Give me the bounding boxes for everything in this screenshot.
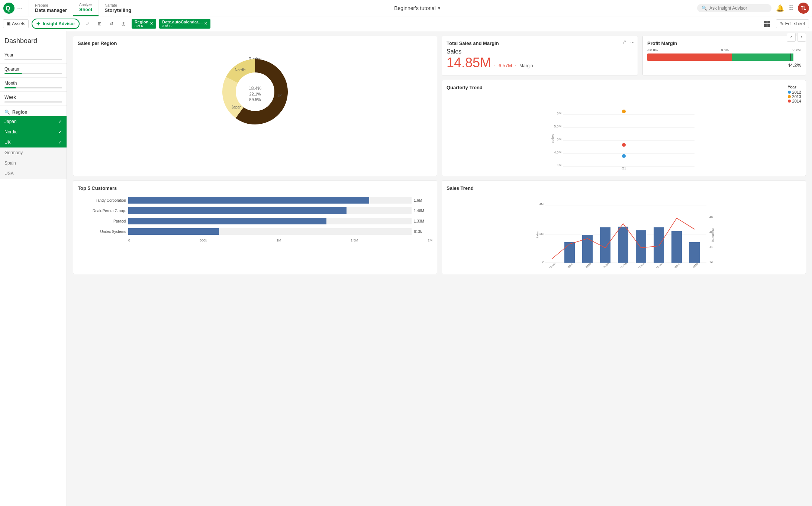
filter-week[interactable]: Week bbox=[0, 92, 67, 106]
search-input[interactable] bbox=[709, 6, 761, 11]
region-nordic-check: ✓ bbox=[58, 129, 62, 134]
filter-chip-region[interactable]: Region 3 of 6 ✕ bbox=[132, 19, 156, 29]
kpi-row: Total Sales and Margin ⤢ ··· Sales 14.85… bbox=[442, 36, 806, 75]
more-icon[interactable]: ··· bbox=[630, 39, 635, 45]
legend-2014-label: 2014 bbox=[792, 99, 801, 103]
svg-text:2014-Feb: 2014-Feb bbox=[671, 262, 681, 268]
logo[interactable]: Q ··· bbox=[3, 2, 23, 14]
bar-2013-feb bbox=[618, 227, 628, 263]
legend-2014: 2014 bbox=[788, 99, 801, 103]
chevron-down-icon[interactable]: ▾ bbox=[438, 6, 440, 11]
region-item-nordic[interactable]: Nordic ✓ bbox=[0, 127, 67, 137]
search-region-icon[interactable]: 🔍 bbox=[4, 110, 10, 115]
insight-advisor-label: Insight Advisor bbox=[43, 21, 75, 26]
toolbar-icon-back[interactable]: ↺ bbox=[106, 19, 117, 29]
region-japan-check: ✓ bbox=[58, 119, 62, 124]
top5-title: Top 5 Customers bbox=[78, 185, 432, 191]
filter-year[interactable]: Year bbox=[0, 49, 67, 64]
svg-text:18.4%: 18.4% bbox=[249, 86, 261, 91]
edit-sheet-label: Edit sheet bbox=[785, 21, 805, 26]
svg-text:Q: Q bbox=[6, 5, 10, 12]
layout-toggle[interactable] bbox=[764, 21, 770, 27]
toolbar-icon-expand[interactable]: ⤢ bbox=[83, 19, 93, 29]
kpi-values: 14.85M · 6.57M · Margin bbox=[447, 55, 633, 71]
bar-2014-mar bbox=[689, 242, 700, 263]
region-item-uk[interactable]: UK ✓ bbox=[0, 137, 67, 147]
assets-button[interactable]: ▣ Assets bbox=[3, 19, 29, 28]
top-row: Sales per Region Region Nordic Japan UK … bbox=[73, 36, 806, 176]
bar-outer-deak bbox=[128, 207, 412, 214]
insight-advisor-button[interactable]: ✦ Insight Advisor bbox=[32, 19, 80, 29]
next-page-button[interactable]: › bbox=[797, 33, 806, 42]
legend-2014-dot bbox=[788, 100, 791, 103]
right-top-column: Total Sales and Margin ⤢ ··· Sales 14.85… bbox=[442, 36, 806, 176]
logo-dots[interactable]: ··· bbox=[17, 4, 23, 12]
region-section-title: 🔍 Region bbox=[0, 106, 67, 116]
avatar[interactable]: TL bbox=[798, 3, 809, 14]
bar-fill-paracel bbox=[128, 218, 326, 224]
filter-chip-date-sub: 3 of 12 bbox=[162, 24, 203, 28]
expand-icon[interactable]: ⤢ bbox=[622, 39, 626, 45]
bar-row-paracel: Paracel 1.33M bbox=[78, 218, 432, 224]
legend-2013: 2013 bbox=[788, 94, 801, 99]
region-list: Japan ✓ Nordic ✓ UK ✓ Germany Spain USA bbox=[0, 116, 67, 179]
filter-month-slider[interactable] bbox=[4, 87, 62, 88]
bar-2013-jan bbox=[600, 227, 610, 263]
filter-week-label: Week bbox=[4, 95, 62, 100]
filter-chip-region-label: Region bbox=[135, 20, 148, 24]
sales-per-region-title: Sales per Region bbox=[78, 40, 432, 46]
edit-sheet-button[interactable]: ✎ Edit sheet bbox=[776, 19, 809, 28]
filter-chip-date-close[interactable]: ✕ bbox=[204, 21, 207, 26]
region-item-usa[interactable]: USA bbox=[0, 168, 67, 179]
filter-quarter[interactable]: Quarter bbox=[0, 64, 67, 78]
scatter-2013-point bbox=[622, 110, 626, 113]
filter-month[interactable]: Month bbox=[0, 78, 67, 92]
second-nav: ▣ Assets ✦ Insight Advisor ⤢ ⊞ ↺ ◎ Regio… bbox=[0, 16, 812, 31]
insight-icon: ✦ bbox=[36, 21, 41, 27]
sales-trend-svg: 0 2M 4M Sales 42 44 46 48 Margin (%) bbox=[447, 194, 801, 268]
nav-analyze[interactable]: Analyze Sheet bbox=[73, 0, 99, 16]
bar-2014-feb bbox=[671, 231, 682, 263]
edit-icon: ✎ bbox=[780, 21, 784, 26]
svg-text:Nordic: Nordic bbox=[235, 68, 246, 72]
grid-icon[interactable]: ⠿ bbox=[789, 4, 793, 12]
notification-icon[interactable]: 🔔 bbox=[776, 4, 784, 12]
nav-title-area: Beginner's tutorial ▾ bbox=[137, 5, 697, 11]
profit-bar-red bbox=[647, 53, 732, 61]
grid-layout-icon bbox=[764, 21, 770, 27]
svg-text:UK: UK bbox=[277, 94, 282, 98]
filter-chip-date[interactable]: Date.autoCalendar.... 3 of 12 ✕ bbox=[159, 19, 210, 29]
region-item-spain[interactable]: Spain bbox=[0, 158, 67, 168]
svg-text:Sales: Sales bbox=[536, 231, 539, 239]
bar-outer-unitec bbox=[128, 228, 412, 235]
filter-year-slider[interactable] bbox=[4, 59, 62, 60]
nav-narrate[interactable]: Narrate Storytelling bbox=[99, 0, 138, 16]
quarterly-trend-title: Quarterly Trend bbox=[447, 85, 483, 90]
legend-2013-label: 2013 bbox=[792, 94, 801, 99]
bar-outer-tandy bbox=[128, 197, 412, 204]
bar-fill-deak bbox=[128, 207, 347, 214]
prev-page-button[interactable]: ‹ bbox=[787, 33, 796, 42]
sales-per-region-card: Sales per Region Region Nordic Japan UK … bbox=[73, 36, 437, 176]
bar-label-deak: Deak-Perera Group. bbox=[78, 209, 126, 213]
search-box[interactable]: 🔍 bbox=[697, 4, 771, 12]
sidebar-title: Dashboard bbox=[0, 36, 67, 49]
region-item-germany[interactable]: Germany bbox=[0, 147, 67, 158]
region-germany-label: Germany bbox=[4, 150, 23, 155]
nav-title[interactable]: Beginner's tutorial bbox=[394, 5, 436, 11]
nav-prepare[interactable]: Prepare Data manager bbox=[29, 0, 73, 16]
filter-quarter-slider[interactable] bbox=[4, 73, 62, 74]
x-label-500k: 500k bbox=[200, 239, 207, 242]
quarterly-legend: Year 2012 2013 2014 bbox=[788, 85, 801, 103]
svg-text:22.1%: 22.1% bbox=[249, 92, 261, 96]
scatter-2012-point bbox=[622, 154, 626, 158]
region-item-japan[interactable]: Japan ✓ bbox=[0, 116, 67, 127]
toolbar-icon-lasso[interactable]: ◎ bbox=[118, 19, 129, 29]
bottom-row: Top 5 Customers Tandy Corporation 1.6M D… bbox=[73, 181, 806, 274]
filter-week-slider[interactable] bbox=[4, 101, 62, 103]
toolbar-icon-select[interactable]: ⊞ bbox=[94, 19, 105, 29]
profit-bar-labels: -50.0% 0.0% 50.0% bbox=[647, 48, 801, 52]
filter-chip-region-close[interactable]: ✕ bbox=[150, 21, 153, 26]
nav-analyze-main: Sheet bbox=[79, 7, 93, 12]
legend-2013-dot bbox=[788, 95, 791, 98]
